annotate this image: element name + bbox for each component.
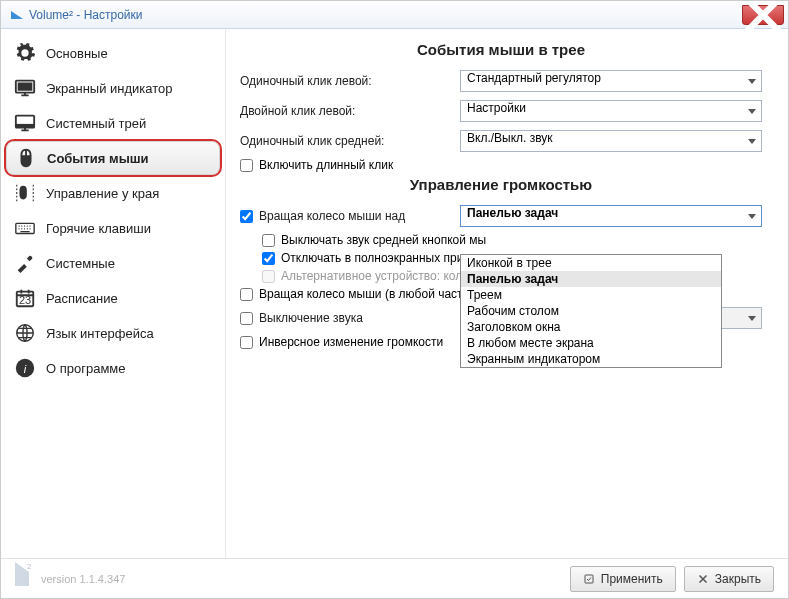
select-double-left[interactable]: Настройки [460,100,762,122]
titlebar: Volume² - Настройки [1,1,788,29]
gear-icon [14,42,36,64]
checkbox-scroll-over[interactable] [240,210,253,223]
dropdown-option[interactable]: Иконкой в трее [461,255,721,271]
sidebar-item-general[interactable]: Основные [6,36,220,70]
close-window-button[interactable] [742,5,784,25]
sidebar-item-label: Управление у края [46,186,159,201]
app-logo-icon [11,11,23,19]
checkbox-long-click[interactable]: Включить длинный клик [240,158,762,172]
apply-button[interactable]: Применить [570,566,676,592]
edge-mouse-icon [14,182,36,204]
dropdown-option[interactable]: Заголовком окна [461,319,721,335]
dropdown-option[interactable]: В любом месте экрана [461,335,721,351]
sidebar-item-system[interactable]: Системные [6,246,220,280]
sidebar-item-edge[interactable]: Управление у края [6,176,220,210]
sidebar-item-mouse-events[interactable]: События мыши [6,141,220,175]
footer-logo-icon: 2 [15,572,33,586]
label-single-middle: Одиночный клик средней: [240,134,460,148]
keyboard-icon [14,217,36,239]
sidebar: Основные Экранный индикатор Системный тр… [1,29,226,558]
dropdown-option[interactable]: Экранным индикатором [461,351,721,367]
label-scroll-over: Вращая колесо мыши над [259,209,405,223]
sidebar-item-about[interactable]: i О программе [6,351,220,385]
label-double-left: Двойной клик левой: [240,104,460,118]
sidebar-item-label: События мыши [47,151,149,166]
calendar-icon: 23 [14,287,36,309]
checkbox-mute-middle[interactable]: Выключать звук средней кнопкой мы [262,233,762,247]
svg-rect-10 [585,575,593,583]
sidebar-item-schedule[interactable]: 23 Расписание [6,281,220,315]
section-title-volume-control: Управление громкостью [240,176,762,193]
sidebar-item-label: Системные [46,256,115,271]
dropdown-scroll-target-list[interactable]: Иконкой в трее Панелью задач Треем Рабоч… [460,254,722,368]
select-single-left[interactable]: Стандартный регулятор [460,70,762,92]
version-label: version 1.1.4.347 [41,573,125,585]
label-single-left: Одиночный клик левой: [240,74,460,88]
mouse-icon [15,147,37,169]
sidebar-item-label: О программе [46,361,126,376]
globe-icon [14,322,36,344]
svg-text:23: 23 [19,294,31,306]
svg-rect-3 [17,125,34,127]
footer: 2 version 1.1.4.347 Применить Закрыть [1,558,788,598]
info-icon: i [14,357,36,379]
checkbox-mute-sound[interactable] [240,312,253,325]
sidebar-item-tray[interactable]: Системный трей [6,106,220,140]
tray-icon [14,112,36,134]
sidebar-item-label: Основные [46,46,108,61]
dropdown-option[interactable]: Треем [461,287,721,303]
sidebar-item-label: Расписание [46,291,118,306]
svg-rect-1 [19,83,32,89]
window-title: Volume² - Настройки [29,8,143,22]
section-title-tray-events: События мыши в трее [240,41,762,58]
sidebar-item-label: Экранный индикатор [46,81,173,96]
sidebar-item-label: Системный трей [46,116,146,131]
dropdown-option[interactable]: Панелью задач [461,271,721,287]
close-button[interactable]: Закрыть [684,566,774,592]
sidebar-item-hotkeys[interactable]: Горячие клавиши [6,211,220,245]
tools-icon [14,252,36,274]
select-single-middle[interactable]: Вкл./Выкл. звук [460,130,762,152]
close-icon [697,573,709,585]
apply-icon [583,573,595,585]
sidebar-item-label: Горячие клавиши [46,221,151,236]
dropdown-option[interactable]: Рабочим столом [461,303,721,319]
monitor-icon [14,77,36,99]
label-mute-sound: Выключение звука [259,311,363,325]
sidebar-item-osd[interactable]: Экранный индикатор [6,71,220,105]
main-panel: События мыши в трее Одиночный клик левой… [226,29,788,558]
sidebar-item-language[interactable]: Язык интерфейса [6,316,220,350]
select-scroll-target[interactable]: Панелью задач [460,205,762,227]
sidebar-item-label: Язык интерфейса [46,326,154,341]
